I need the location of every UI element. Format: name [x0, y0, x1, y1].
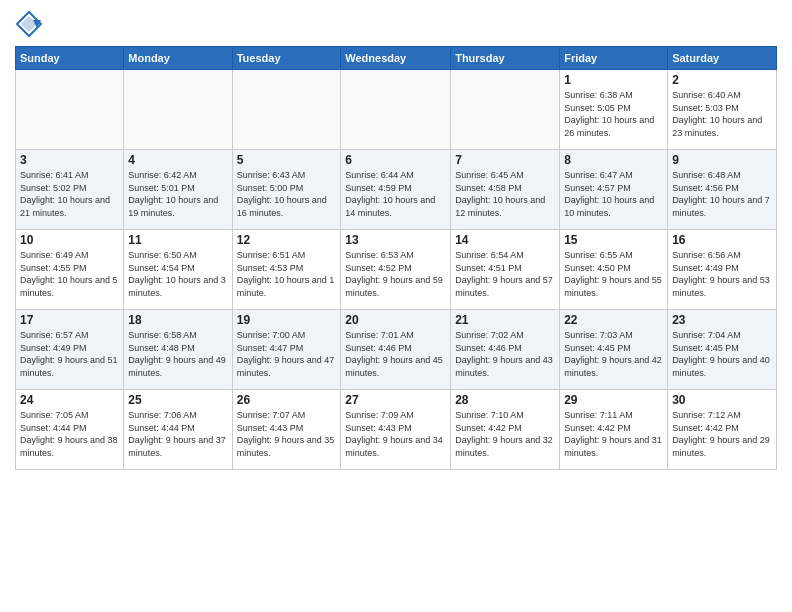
weekday-row: SundayMondayTuesdayWednesdayThursdayFrid…	[16, 47, 777, 70]
weekday-header-thursday: Thursday	[451, 47, 560, 70]
calendar-cell: 29Sunrise: 7:11 AM Sunset: 4:42 PM Dayli…	[560, 390, 668, 470]
calendar-cell: 7Sunrise: 6:45 AM Sunset: 4:58 PM Daylig…	[451, 150, 560, 230]
day-number: 30	[672, 393, 772, 407]
calendar-cell: 22Sunrise: 7:03 AM Sunset: 4:45 PM Dayli…	[560, 310, 668, 390]
calendar-cell: 4Sunrise: 6:42 AM Sunset: 5:01 PM Daylig…	[124, 150, 232, 230]
calendar-cell: 14Sunrise: 6:54 AM Sunset: 4:51 PM Dayli…	[451, 230, 560, 310]
day-number: 22	[564, 313, 663, 327]
calendar-cell: 26Sunrise: 7:07 AM Sunset: 4:43 PM Dayli…	[232, 390, 341, 470]
week-row-3: 10Sunrise: 6:49 AM Sunset: 4:55 PM Dayli…	[16, 230, 777, 310]
day-number: 14	[455, 233, 555, 247]
week-row-4: 17Sunrise: 6:57 AM Sunset: 4:49 PM Dayli…	[16, 310, 777, 390]
day-info: Sunrise: 6:40 AM Sunset: 5:03 PM Dayligh…	[672, 89, 772, 139]
weekday-header-sunday: Sunday	[16, 47, 124, 70]
day-info: Sunrise: 7:02 AM Sunset: 4:46 PM Dayligh…	[455, 329, 555, 379]
day-info: Sunrise: 6:50 AM Sunset: 4:54 PM Dayligh…	[128, 249, 227, 299]
day-number: 16	[672, 233, 772, 247]
day-info: Sunrise: 7:03 AM Sunset: 4:45 PM Dayligh…	[564, 329, 663, 379]
calendar-cell: 8Sunrise: 6:47 AM Sunset: 4:57 PM Daylig…	[560, 150, 668, 230]
calendar-cell	[451, 70, 560, 150]
day-number: 7	[455, 153, 555, 167]
day-number: 25	[128, 393, 227, 407]
day-info: Sunrise: 6:54 AM Sunset: 4:51 PM Dayligh…	[455, 249, 555, 299]
day-number: 9	[672, 153, 772, 167]
calendar-cell: 24Sunrise: 7:05 AM Sunset: 4:44 PM Dayli…	[16, 390, 124, 470]
day-info: Sunrise: 6:49 AM Sunset: 4:55 PM Dayligh…	[20, 249, 119, 299]
week-row-2: 3Sunrise: 6:41 AM Sunset: 5:02 PM Daylig…	[16, 150, 777, 230]
calendar-cell: 1Sunrise: 6:38 AM Sunset: 5:05 PM Daylig…	[560, 70, 668, 150]
day-number: 1	[564, 73, 663, 87]
calendar-cell: 16Sunrise: 6:56 AM Sunset: 4:49 PM Dayli…	[668, 230, 777, 310]
day-number: 23	[672, 313, 772, 327]
calendar-cell: 9Sunrise: 6:48 AM Sunset: 4:56 PM Daylig…	[668, 150, 777, 230]
day-number: 20	[345, 313, 446, 327]
day-number: 19	[237, 313, 337, 327]
calendar-cell: 23Sunrise: 7:04 AM Sunset: 4:45 PM Dayli…	[668, 310, 777, 390]
calendar-cell: 6Sunrise: 6:44 AM Sunset: 4:59 PM Daylig…	[341, 150, 451, 230]
weekday-header-friday: Friday	[560, 47, 668, 70]
day-info: Sunrise: 7:04 AM Sunset: 4:45 PM Dayligh…	[672, 329, 772, 379]
day-info: Sunrise: 6:56 AM Sunset: 4:49 PM Dayligh…	[672, 249, 772, 299]
day-number: 24	[20, 393, 119, 407]
day-number: 21	[455, 313, 555, 327]
day-info: Sunrise: 6:43 AM Sunset: 5:00 PM Dayligh…	[237, 169, 337, 219]
day-number: 10	[20, 233, 119, 247]
day-info: Sunrise: 6:47 AM Sunset: 4:57 PM Dayligh…	[564, 169, 663, 219]
calendar-cell	[341, 70, 451, 150]
header	[15, 10, 777, 38]
day-info: Sunrise: 6:51 AM Sunset: 4:53 PM Dayligh…	[237, 249, 337, 299]
week-row-1: 1Sunrise: 6:38 AM Sunset: 5:05 PM Daylig…	[16, 70, 777, 150]
weekday-header-wednesday: Wednesday	[341, 47, 451, 70]
calendar-cell: 5Sunrise: 6:43 AM Sunset: 5:00 PM Daylig…	[232, 150, 341, 230]
day-info: Sunrise: 7:10 AM Sunset: 4:42 PM Dayligh…	[455, 409, 555, 459]
day-info: Sunrise: 6:38 AM Sunset: 5:05 PM Dayligh…	[564, 89, 663, 139]
day-info: Sunrise: 7:07 AM Sunset: 4:43 PM Dayligh…	[237, 409, 337, 459]
calendar-cell: 27Sunrise: 7:09 AM Sunset: 4:43 PM Dayli…	[341, 390, 451, 470]
logo-icon	[15, 10, 43, 38]
calendar-cell: 20Sunrise: 7:01 AM Sunset: 4:46 PM Dayli…	[341, 310, 451, 390]
calendar-cell	[232, 70, 341, 150]
calendar-cell	[124, 70, 232, 150]
day-info: Sunrise: 6:55 AM Sunset: 4:50 PM Dayligh…	[564, 249, 663, 299]
calendar-cell: 12Sunrise: 6:51 AM Sunset: 4:53 PM Dayli…	[232, 230, 341, 310]
day-number: 27	[345, 393, 446, 407]
week-row-5: 24Sunrise: 7:05 AM Sunset: 4:44 PM Dayli…	[16, 390, 777, 470]
logo	[15, 10, 47, 38]
calendar-cell: 17Sunrise: 6:57 AM Sunset: 4:49 PM Dayli…	[16, 310, 124, 390]
calendar: SundayMondayTuesdayWednesdayThursdayFrid…	[15, 46, 777, 470]
calendar-cell: 13Sunrise: 6:53 AM Sunset: 4:52 PM Dayli…	[341, 230, 451, 310]
day-number: 6	[345, 153, 446, 167]
day-number: 17	[20, 313, 119, 327]
calendar-cell: 19Sunrise: 7:00 AM Sunset: 4:47 PM Dayli…	[232, 310, 341, 390]
calendar-cell	[16, 70, 124, 150]
day-number: 12	[237, 233, 337, 247]
day-info: Sunrise: 7:00 AM Sunset: 4:47 PM Dayligh…	[237, 329, 337, 379]
day-number: 3	[20, 153, 119, 167]
day-info: Sunrise: 6:53 AM Sunset: 4:52 PM Dayligh…	[345, 249, 446, 299]
day-info: Sunrise: 7:05 AM Sunset: 4:44 PM Dayligh…	[20, 409, 119, 459]
day-info: Sunrise: 6:48 AM Sunset: 4:56 PM Dayligh…	[672, 169, 772, 219]
calendar-cell: 15Sunrise: 6:55 AM Sunset: 4:50 PM Dayli…	[560, 230, 668, 310]
day-info: Sunrise: 6:57 AM Sunset: 4:49 PM Dayligh…	[20, 329, 119, 379]
page: SundayMondayTuesdayWednesdayThursdayFrid…	[0, 0, 792, 612]
calendar-cell: 11Sunrise: 6:50 AM Sunset: 4:54 PM Dayli…	[124, 230, 232, 310]
day-number: 18	[128, 313, 227, 327]
day-number: 2	[672, 73, 772, 87]
day-info: Sunrise: 6:58 AM Sunset: 4:48 PM Dayligh…	[128, 329, 227, 379]
day-number: 13	[345, 233, 446, 247]
day-number: 8	[564, 153, 663, 167]
day-info: Sunrise: 7:09 AM Sunset: 4:43 PM Dayligh…	[345, 409, 446, 459]
weekday-header-monday: Monday	[124, 47, 232, 70]
calendar-cell: 10Sunrise: 6:49 AM Sunset: 4:55 PM Dayli…	[16, 230, 124, 310]
weekday-header-tuesday: Tuesday	[232, 47, 341, 70]
day-info: Sunrise: 6:41 AM Sunset: 5:02 PM Dayligh…	[20, 169, 119, 219]
calendar-cell: 2Sunrise: 6:40 AM Sunset: 5:03 PM Daylig…	[668, 70, 777, 150]
calendar-body: 1Sunrise: 6:38 AM Sunset: 5:05 PM Daylig…	[16, 70, 777, 470]
day-info: Sunrise: 6:44 AM Sunset: 4:59 PM Dayligh…	[345, 169, 446, 219]
day-info: Sunrise: 7:11 AM Sunset: 4:42 PM Dayligh…	[564, 409, 663, 459]
day-info: Sunrise: 6:45 AM Sunset: 4:58 PM Dayligh…	[455, 169, 555, 219]
day-number: 15	[564, 233, 663, 247]
day-info: Sunrise: 7:12 AM Sunset: 4:42 PM Dayligh…	[672, 409, 772, 459]
calendar-cell: 18Sunrise: 6:58 AM Sunset: 4:48 PM Dayli…	[124, 310, 232, 390]
calendar-cell: 28Sunrise: 7:10 AM Sunset: 4:42 PM Dayli…	[451, 390, 560, 470]
